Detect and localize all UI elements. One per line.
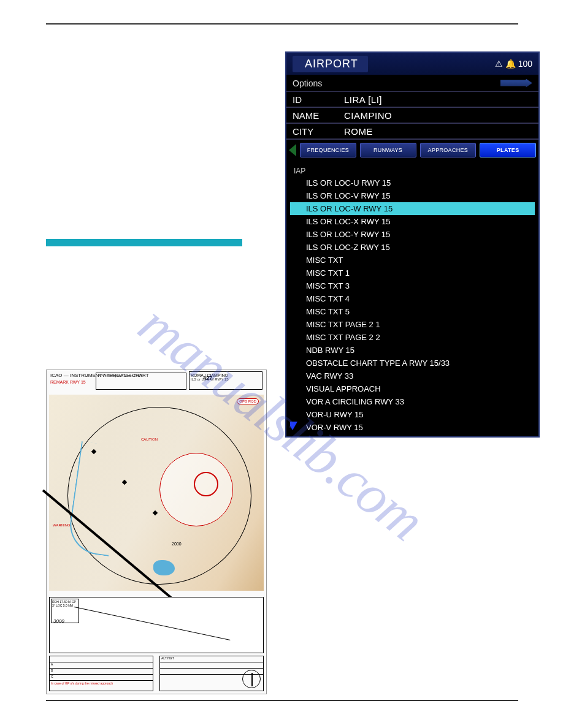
table-row xyxy=(160,662,263,669)
city-label: CITY xyxy=(293,126,327,137)
name-label: NAME xyxy=(293,110,327,121)
avionics-airport-page: AIRPORT ⚠ 🔔 100 Options ID LIRA [LI] NAM… xyxy=(285,51,540,438)
city-value: ROME xyxy=(344,126,373,137)
table-row: ALT/HGT xyxy=(160,656,263,662)
approach-chart-image: ICAO — INSTRUMENT APPROACH CHART REMARK … xyxy=(46,370,267,694)
chart-red-note: WARNING xyxy=(53,523,71,527)
screen-title: AIRPORT xyxy=(305,58,358,70)
table-row: A xyxy=(50,662,153,669)
list-item[interactable]: VAC RWY 33 xyxy=(290,370,535,382)
chart-title-box: ROMA / CIAMPINO ILS or LOC-W RWY 15 xyxy=(189,371,262,390)
list-item[interactable]: ILS OR LOC-X RWY 15 xyxy=(290,215,535,228)
tab-plates[interactable]: PLATES xyxy=(480,143,536,157)
warning-icon: ⚠ xyxy=(495,59,503,69)
chart-top-freq-strip: APP Ciampino Tower TWR xyxy=(96,373,186,390)
airport-name-row: NAME CIAMPINO xyxy=(286,108,538,124)
chart-procedure-name: ILS or LOC-W RWY 15 xyxy=(191,377,261,381)
name-value: CIAMPINO xyxy=(344,110,392,121)
id-value: LIRA [LI] xyxy=(344,94,382,105)
id-label: ID xyxy=(293,94,327,105)
list-item[interactable]: VOR A CIRCILING RWY 33 xyxy=(290,395,535,408)
options-bar[interactable]: Options xyxy=(286,75,538,92)
list-item[interactable]: NDB RWY 15 xyxy=(290,344,535,357)
chart-airport-name: ROMA / CIAMPINO xyxy=(191,373,261,377)
list-item[interactable]: ILS OR LOC-Y RWY 15 xyxy=(290,228,535,241)
status-icons: ⚠ 🔔 100 xyxy=(495,59,532,69)
tab-frequencies[interactable]: FREQUENCIES xyxy=(300,143,356,157)
tab-approaches[interactable]: APPROACHES xyxy=(420,143,477,157)
chart-minimums-tables: A B C In case of GP u/s during the misse… xyxy=(49,656,264,691)
list-item[interactable]: VOR-V RWY 15 xyxy=(290,421,535,433)
chart-profile-view: RDH 17.50 M GP 3° LOC 5.0 NM 3000 xyxy=(49,597,264,653)
list-item[interactable]: MISC TXT 4 xyxy=(290,292,535,305)
list-item[interactable]: MISC TXT PAGE 2 1 xyxy=(290,318,535,331)
tabs-left-scroll-icon[interactable] xyxy=(289,144,296,156)
chart-top-strip-text: APP Ciampino Tower TWR xyxy=(96,373,186,378)
list-item[interactable]: MISC TXT xyxy=(290,254,535,267)
device-header: AIRPORT ⚠ 🔔 100 xyxy=(286,53,538,75)
section-underline xyxy=(46,239,242,246)
list-item[interactable]: ILS OR LOC-Z RWY 15 xyxy=(290,241,535,254)
list-item[interactable]: OBSTACLE CHART TYPE A RWY 15/33 xyxy=(290,357,535,370)
list-item[interactable]: VOR-U RWY 15 xyxy=(290,408,535,421)
list-item[interactable]: ILS OR LOC-U RWY 15 xyxy=(290,176,535,189)
chart-plan-view: GPS RQD WARNING CAUTION 2000 xyxy=(49,395,264,591)
chart-highlight-circle xyxy=(194,472,218,496)
chart-remark: REMARK RWY 15 xyxy=(50,380,86,384)
header-rule xyxy=(46,23,518,25)
list-item[interactable]: MISC TXT 1 xyxy=(290,267,535,279)
chart-approach-area xyxy=(159,453,233,526)
list-item[interactable]: MISC TXT PAGE 2 2 xyxy=(290,331,535,344)
table-row xyxy=(50,656,153,662)
list-item[interactable]: VISUAL APPROACH xyxy=(290,382,535,395)
table-row: B xyxy=(50,669,153,675)
plates-list[interactable]: ILS OR LOC-U RWY 15ILS OR LOC-V RWY 15IL… xyxy=(290,176,535,433)
gps-required-tag: GPS RQD xyxy=(237,398,259,404)
status-value: 100 xyxy=(518,59,532,69)
scroll-down-icon[interactable] xyxy=(290,422,297,430)
footer-rule xyxy=(46,700,518,701)
airport-city-row: CITY ROME xyxy=(286,124,538,140)
airport-id-row: ID LIRA [LI] xyxy=(286,92,538,108)
table-row: C xyxy=(50,675,153,681)
list-item[interactable]: ILS OR LOC-W RWY 15 xyxy=(290,202,535,215)
list-item[interactable]: MISC TXT 3 xyxy=(290,279,535,292)
chart-minimums-right: ALT/HGT xyxy=(159,656,264,691)
options-label: Options xyxy=(293,78,322,88)
bell-icon: 🔔 xyxy=(505,59,516,69)
chart-compass-icon xyxy=(242,670,261,688)
chart-profile-alt: 3000 xyxy=(53,618,64,624)
chart-gp-slope xyxy=(74,607,234,643)
tab-runways[interactable]: RUNWAYS xyxy=(360,143,416,157)
chart-minimums-left: A B C In case of GP u/s during the misse… xyxy=(49,656,153,691)
table-red-note: In case of GP u/s during the missed appr… xyxy=(50,681,153,686)
options-arrow-icon[interactable] xyxy=(500,79,532,88)
list-item[interactable]: ILS OR LOC-V RWY 15 xyxy=(290,189,535,202)
tabs-row: FREQUENCIES RUNWAYS APPROACHES PLATES xyxy=(286,140,538,161)
chart-red-note: CAUTION xyxy=(141,438,158,441)
category-label: IAP xyxy=(290,164,535,176)
list-item[interactable]: MISC TXT 5 xyxy=(290,305,535,318)
screen-title-chip: AIRPORT xyxy=(293,56,368,72)
plates-list-area: IAP ILS OR LOC-U RWY 15ILS OR LOC-V RWY … xyxy=(290,164,535,433)
chart-lake xyxy=(153,560,175,575)
chart-spot-elev: 2000 xyxy=(172,542,182,546)
